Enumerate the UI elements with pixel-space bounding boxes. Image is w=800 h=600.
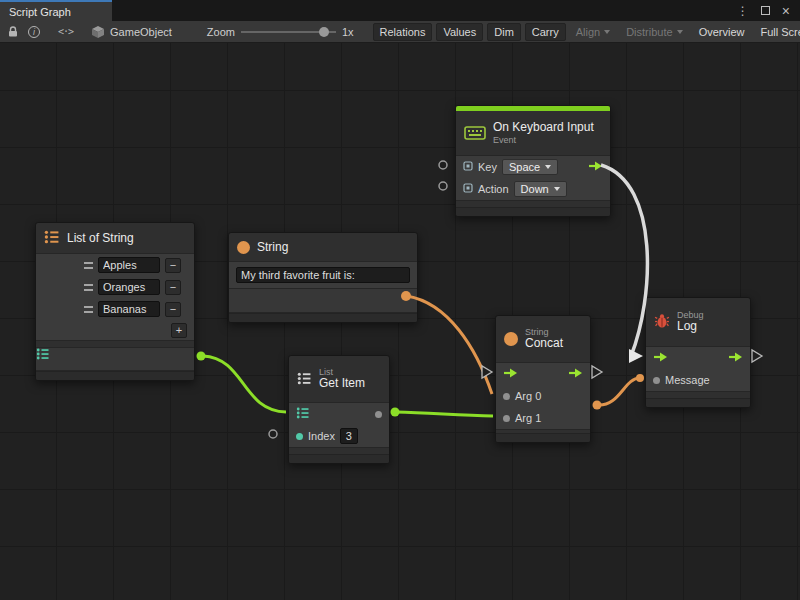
port-row-arg1: Arg 1 <box>496 407 590 429</box>
control-input-arrow-icon[interactable] <box>503 368 518 380</box>
graph-canvas[interactable]: On Keyboard Input Event Key Space Action… <box>0 43 800 600</box>
node-title: List of String <box>67 231 134 245</box>
overview-label: Overview <box>699 26 745 38</box>
bug-icon <box>654 313 670 331</box>
window-menu-icon[interactable]: ⋮ <box>737 5 749 17</box>
node-subtitle: Event <box>493 135 594 145</box>
control-input-arrow-icon[interactable] <box>653 352 668 364</box>
key-dropdown[interactable]: Space <box>502 159 558 175</box>
ports-section: Arg 0 Arg 1 <box>496 362 590 430</box>
node-debug-log[interactable]: Debug Log Message <box>645 297 751 408</box>
lock-icon[interactable] <box>7 23 19 41</box>
list-item-input[interactable] <box>98 279 160 295</box>
node-list-of-string[interactable]: List of String − − − <box>35 222 195 381</box>
string-type-icon <box>237 241 250 254</box>
port-row-action: Action Down <box>456 178 610 200</box>
list-item-row: − <box>36 298 194 320</box>
item-output-port[interactable] <box>375 411 382 418</box>
node-string-literal[interactable]: String <box>228 232 418 323</box>
index-input[interactable] <box>340 428 358 444</box>
add-item-row: + <box>36 320 194 340</box>
index-port[interactable] <box>296 433 303 440</box>
info-icon[interactable]: i <box>28 23 40 41</box>
node-title: Concat <box>525 337 563 351</box>
remove-item-button[interactable]: − <box>165 302 181 317</box>
node-header: On Keyboard Input Event <box>456 111 610 155</box>
tab-script-graph[interactable]: Script Graph <box>0 0 112 21</box>
info-icon-glyph: i <box>28 26 40 38</box>
graph-toolbar: i <·> GameObject Zoom 1x Relations Value… <box>0 21 800 43</box>
drag-handle-icon[interactable] <box>84 284 93 291</box>
string-output-row <box>229 288 417 312</box>
carry-label: Carry <box>532 26 559 38</box>
key-type-icon <box>463 183 473 195</box>
control-output-arrow-icon[interactable] <box>728 352 743 364</box>
carry-button[interactable]: Carry <box>525 23 566 41</box>
key-type-icon <box>463 161 473 173</box>
port-row-arg0: Arg 0 <box>496 385 590 407</box>
caret-down-icon <box>677 30 683 34</box>
values-button[interactable]: Values <box>436 23 483 41</box>
close-icon[interactable]: × <box>782 4 790 18</box>
string-value-input[interactable] <box>236 267 410 283</box>
gameobject-cube-icon <box>91 23 105 41</box>
caret-down-icon <box>554 187 560 191</box>
arg1-port[interactable] <box>503 415 510 422</box>
distribute-label: Distribute <box>626 26 672 38</box>
zoom-slider[interactable] <box>241 26 336 38</box>
dim-label: Dim <box>494 26 514 38</box>
list-icon <box>297 372 312 387</box>
list-icon <box>44 230 60 246</box>
control-output-arrow-icon[interactable] <box>588 161 603 173</box>
tab-title: Script Graph <box>9 6 71 18</box>
remove-item-button[interactable]: − <box>165 280 181 295</box>
node-header: List Get Item <box>289 356 389 402</box>
node-get-item[interactable]: List Get Item Index <box>288 355 390 464</box>
value-section <box>229 261 417 313</box>
fullscreen-label: Full Screen <box>760 26 800 38</box>
maximize-icon[interactable] <box>761 6 770 15</box>
code-view-icon[interactable]: <·> <box>58 23 73 41</box>
add-item-button[interactable]: + <box>171 323 187 338</box>
tab-bar: Script Graph ⋮ × <box>0 0 800 21</box>
fullscreen-button[interactable]: Full Screen <box>754 24 800 40</box>
port-row-index: Index <box>289 425 389 447</box>
relations-button[interactable]: Relations <box>373 23 433 41</box>
action-port-label: Action <box>478 183 509 195</box>
arg0-port[interactable] <box>503 393 510 400</box>
list-item-input[interactable] <box>98 257 160 273</box>
node-on-keyboard-input[interactable]: On Keyboard Input Event Key Space Action… <box>455 105 611 217</box>
align-label: Align <box>576 26 600 38</box>
node-header: Debug Log <box>646 298 750 346</box>
align-button[interactable]: Align <box>570 24 616 40</box>
keyboard-icon <box>464 125 486 142</box>
overview-button[interactable]: Overview <box>693 24 751 40</box>
remove-item-button[interactable]: − <box>165 258 181 273</box>
control-output-arrow-icon[interactable] <box>568 368 583 380</box>
action-dropdown[interactable]: Down <box>514 181 567 197</box>
dim-button[interactable]: Dim <box>487 23 521 41</box>
index-port-label: Index <box>308 430 335 442</box>
toolbar-buttons: Relations Values Dim Carry Align Distrib… <box>373 23 800 41</box>
port-row-message: Message <box>646 369 750 391</box>
drag-handle-icon[interactable] <box>84 262 93 269</box>
zoom-label: Zoom <box>207 26 235 38</box>
graph-target[interactable]: GameObject <box>91 23 172 41</box>
list-item-input[interactable] <box>98 301 160 317</box>
node-concat[interactable]: String Concat Arg 0 Arg 1 <box>495 315 591 443</box>
zoom-control: Zoom 1x <box>207 26 354 38</box>
target-name-label: GameObject <box>110 26 172 38</box>
distribute-button[interactable]: Distribute <box>620 24 688 40</box>
message-label: Message <box>665 374 710 386</box>
list-item-row: − <box>36 276 194 298</box>
arg0-label: Arg 0 <box>515 390 541 402</box>
zoom-slider-handle[interactable] <box>319 27 329 37</box>
control-flow-row <box>646 347 750 369</box>
list-type-icon <box>296 407 310 421</box>
node-title: Log <box>677 320 704 334</box>
drag-handle-icon[interactable] <box>84 306 93 313</box>
node-footer <box>646 398 750 407</box>
action-dropdown-value: Down <box>521 183 549 195</box>
message-port[interactable] <box>653 377 660 384</box>
ports-section: Index <box>289 402 389 448</box>
